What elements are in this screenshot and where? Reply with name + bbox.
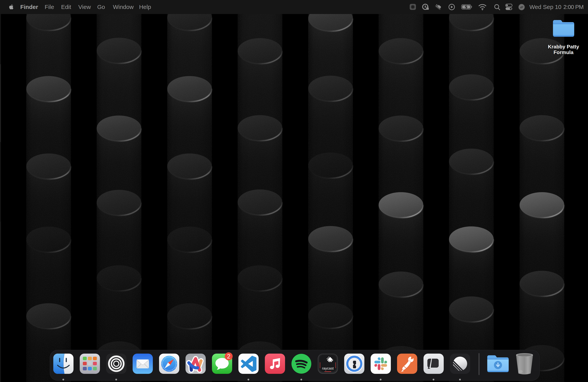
svg-text:2: 2: [227, 353, 230, 360]
svg-text:raycast: raycast: [322, 366, 334, 370]
